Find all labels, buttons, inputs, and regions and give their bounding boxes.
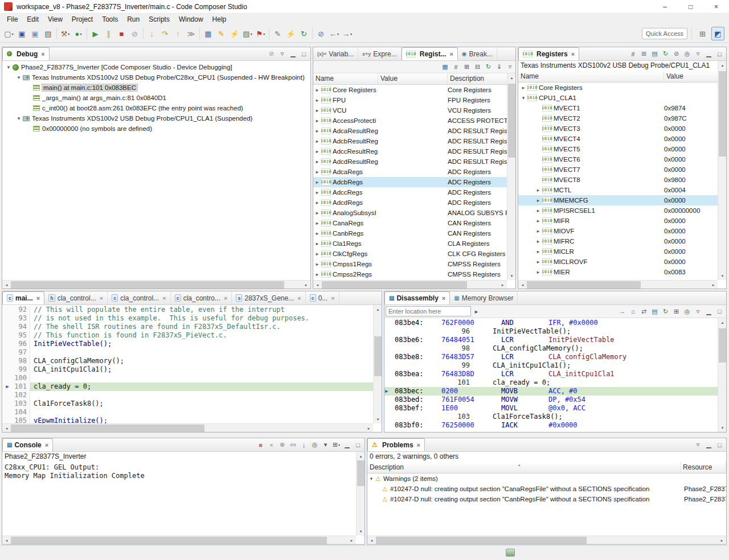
code-line[interactable]: ▶101cla_ready = 0;: [3, 382, 373, 391]
remove-all-terminated-button[interactable]: ⊘: [266, 48, 277, 59]
scroll-down-button[interactable]: ▾: [374, 415, 382, 423]
disasm-instruction[interactable]: ▶083bec:0200MOVBACC, #0: [384, 387, 718, 396]
disasm-instruction[interactable]: 083bed:761F0054MOVWDP, #0x54: [384, 396, 718, 404]
scroll-right-button[interactable]: ▸: [709, 281, 718, 289]
menu-view[interactable]: View: [43, 14, 67, 25]
expander-icon[interactable]: ▸: [313, 241, 321, 246]
register-group-row[interactable]: ▸1010Cmpss1RegsCMPSS Registers: [313, 259, 507, 269]
register-row[interactable]: 1010MVECT80x9800: [518, 175, 718, 185]
maximize-button[interactable]: □: [714, 48, 725, 59]
minimize-button[interactable]: ▁: [703, 439, 714, 450]
problem-row[interactable]: ⚠#10247-D null: creating output section …: [367, 484, 726, 494]
close-icon[interactable]: ×: [449, 51, 453, 57]
scroll-up-button[interactable]: ▴: [507, 73, 516, 82]
refresh-button[interactable]: ↻: [660, 48, 671, 59]
maximize-button[interactable]: □: [714, 439, 725, 450]
add-register-group-button[interactable]: ⊞: [638, 48, 649, 59]
scroll-up-button[interactable]: ▴: [718, 318, 727, 327]
scrollbar-thumb[interactable]: [508, 84, 515, 158]
disasm-instruction[interactable]: 083be6:76484051LCRInitPieVectTable: [384, 336, 718, 344]
close-icon[interactable]: ×: [571, 51, 575, 57]
register-group-row[interactable]: ▸1010CanaRegsCAN Registers: [313, 218, 507, 228]
debug-tree-item[interactable]: ▾Phase2_F28377S_Inverter [Code Composer …: [2, 62, 310, 72]
scroll-left-button[interactable]: ◂: [367, 536, 376, 545]
scroll-left-button[interactable]: ◂: [2, 281, 11, 289]
code-line[interactable]: 92// This will populate the entire table…: [3, 306, 373, 314]
register-row[interactable]: ▸1010MPISRCSEL10x00000000: [518, 205, 718, 216]
minimize-button[interactable]: ▁: [342, 439, 353, 450]
close-icon[interactable]: ×: [100, 295, 103, 302]
open-perspective-button[interactable]: ⊞: [696, 27, 709, 40]
back-button[interactable]: ←▾: [327, 27, 341, 40]
code-line[interactable]: 104: [3, 408, 373, 417]
maximize-button[interactable]: □: [353, 439, 363, 450]
number-format-button[interactable]: #: [450, 61, 461, 72]
register-group-row[interactable]: ▸1010Cmpss2RegsCMPSS Registers: [313, 269, 507, 279]
register-group-row[interactable]: ▸1010FPUFPU Registers: [313, 95, 507, 105]
scroll-left-button[interactable]: ◂: [518, 281, 527, 289]
expander-icon[interactable]: ▸: [313, 159, 321, 164]
step-return-button[interactable]: ↑: [171, 27, 185, 40]
tab-expressions[interactable]: x+yExpre...: [358, 47, 402, 60]
menu-window[interactable]: Window: [174, 14, 208, 25]
expander-icon[interactable]: ▸: [313, 87, 321, 93]
column-header-name[interactable]: Name: [313, 73, 378, 84]
close-icon[interactable]: ×: [45, 442, 48, 448]
expander-icon[interactable]: ▸: [534, 218, 542, 224]
tab-disassembly[interactable]: ▤Disassembly×: [384, 291, 450, 304]
code-line[interactable]: 105vEpwmInitialize();: [3, 417, 373, 423]
code-line[interactable]: 93// is not used in this example. This i…: [3, 314, 373, 323]
register-group-row[interactable]: ▸1010Core RegistersCore Registers: [313, 85, 507, 95]
close-icon[interactable]: ×: [442, 295, 445, 302]
scroll-up-button[interactable]: ▴: [374, 305, 382, 314]
scroll-down-button[interactable]: ▾: [357, 527, 365, 536]
tab-registers[interactable]: 1010 Registers ×: [518, 47, 579, 60]
maximize-button[interactable]: □: [714, 306, 725, 317]
disasm-instruction[interactable]: 083bef:1E00MOVL@0x0, ACC: [384, 404, 718, 413]
register-group-row[interactable]: ▸1010AdcbRegsADC Registers: [313, 177, 507, 187]
register-row[interactable]: 1010MVECT10x9874: [518, 103, 718, 113]
show-type-names-button[interactable]: ▦: [440, 61, 450, 72]
close-icon[interactable]: ×: [41, 51, 44, 57]
code-line[interactable]: 100: [3, 374, 373, 382]
registers-button[interactable]: ▦: [202, 27, 215, 40]
expander-icon[interactable]: ▸: [534, 208, 542, 213]
minimize-button[interactable]: ▁: [288, 48, 298, 59]
link-editor-button[interactable]: ⇄: [638, 306, 649, 317]
scroll-lock-button[interactable]: ↓: [298, 439, 309, 450]
editor-tab[interactable]: s2837xS_Gene...×: [232, 291, 305, 304]
view-menu-button[interactable]: ▿: [693, 48, 703, 59]
register-group-row[interactable]: ▸1010AdccRegsADC Registers: [313, 187, 507, 197]
code-line[interactable]: 96InitPieVectTable();: [3, 340, 373, 348]
print-button[interactable]: ▤: [42, 27, 55, 40]
export-button[interactable]: ⇓: [494, 61, 505, 72]
minimize-button[interactable]: –: [652, 0, 678, 14]
register-row[interactable]: ▸1010Core Registers: [518, 83, 718, 93]
location-go-button[interactable]: ▸: [471, 306, 482, 317]
save-button[interactable]: ▣: [15, 27, 28, 40]
tab-console[interactable]: ▤ Console ×: [2, 438, 53, 451]
collapse-all-button[interactable]: ⊟: [472, 61, 483, 72]
scroll-right-button[interactable]: ▸: [302, 281, 310, 289]
build-button[interactable]: ⚒▾: [59, 27, 72, 40]
register-group-row[interactable]: ▸1010AccessProtectiACCESS PROTECTI: [313, 116, 507, 126]
problem-row[interactable]: ⚠#10247-D null: creating output section …: [367, 494, 726, 504]
scrollbar-thumb[interactable]: [374, 336, 382, 376]
close-icon[interactable]: ×: [36, 295, 40, 302]
register-group-row[interactable]: ▸1010CanbRegsCAN Registers: [313, 228, 507, 238]
step-into-button[interactable]: ↓: [145, 27, 158, 40]
expander-icon[interactable]: ▾: [367, 476, 375, 481]
horizontal-scrollbar[interactable]: ◂▸: [2, 536, 356, 544]
vertical-scrollbar[interactable]: ▴▾: [718, 61, 726, 280]
register-group-row[interactable]: ▸1010AdcbResultRegADC RESULT Regis: [313, 136, 507, 146]
expander-icon[interactable]: ▾: [519, 95, 527, 101]
menu-scripts[interactable]: Scripts: [144, 14, 174, 25]
menu-run[interactable]: Run: [122, 14, 144, 25]
code-area[interactable]: 92// This will populate the entire table…: [3, 306, 373, 423]
scroll-right-button[interactable]: ▸: [718, 536, 726, 545]
debug-button[interactable]: ●▾: [72, 27, 85, 40]
debug-tree-item[interactable]: ▾Texas Instruments XDS100v2 USB Debug Pr…: [2, 113, 310, 123]
menu-tools[interactable]: Tools: [97, 14, 122, 25]
status-tray-icon[interactable]: [506, 549, 515, 557]
expand-all-button[interactable]: ⊞: [461, 61, 472, 72]
